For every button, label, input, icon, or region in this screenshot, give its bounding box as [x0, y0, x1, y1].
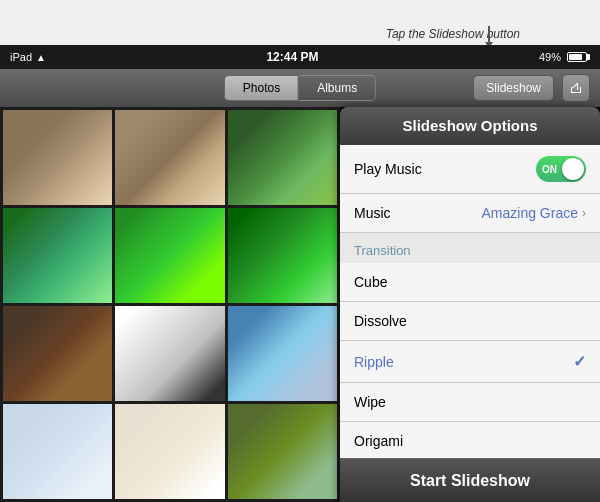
photo-9[interactable] [228, 306, 337, 401]
photo-7[interactable] [3, 306, 112, 401]
transition-label: Transition [354, 243, 411, 258]
music-value-text: Amazing Grace [482, 205, 578, 221]
play-music-toggle[interactable]: ON [536, 156, 586, 182]
photo-4[interactable] [3, 208, 112, 303]
start-slideshow-label: Start Slideshow [410, 472, 530, 490]
transition-cube[interactable]: Cube [340, 263, 600, 302]
photo-11[interactable] [115, 404, 224, 499]
panel-header: Slideshow Options [340, 107, 600, 145]
transition-wipe-label: Wipe [354, 394, 386, 410]
photo-10[interactable] [3, 404, 112, 499]
transition-origami[interactable]: Origami [340, 422, 600, 461]
battery-percent: 49% [539, 51, 561, 63]
annotation-area: Tap the Slideshow button [0, 0, 600, 45]
panel-title: Slideshow Options [402, 117, 537, 134]
transition-dissolve-label: Dissolve [354, 313, 407, 329]
nav-right: Slideshow [473, 74, 590, 102]
slideshow-button[interactable]: Slideshow [473, 75, 554, 101]
transition-cube-label: Cube [354, 274, 387, 290]
photo-2[interactable] [115, 110, 224, 205]
tab-photos[interactable]: Photos [224, 75, 299, 101]
transition-origami-label: Origami [354, 433, 403, 449]
device-label: iPad [10, 51, 32, 63]
photo-grid [0, 107, 340, 502]
music-value: Amazing Grace › [482, 205, 586, 221]
music-row[interactable]: Music Amazing Grace › [340, 194, 600, 233]
checkmark-icon: ✓ [573, 352, 586, 371]
status-left: iPad ▲ [10, 51, 46, 63]
photo-5[interactable] [115, 208, 224, 303]
battery-icon [567, 52, 590, 62]
wifi-icon: ▲ [36, 52, 46, 63]
photo-6[interactable] [228, 208, 337, 303]
transition-ripple-label: Ripple [354, 354, 394, 370]
transition-section-header: Transition [340, 233, 600, 263]
panel-body: Play Music ON Music Amazing Grace › Tran… [340, 145, 600, 461]
tab-albums[interactable]: Albums [299, 75, 376, 101]
nav-tabs: Photos Albums [224, 75, 376, 101]
status-bar: iPad ▲ 12:44 PM 49% [0, 45, 600, 69]
status-right: 49% [539, 51, 590, 63]
transition-ripple[interactable]: Ripple ✓ [340, 341, 600, 383]
photo-8[interactable] [115, 306, 224, 401]
nav-bar: Photos Albums Slideshow [0, 69, 600, 107]
photo-1[interactable] [3, 110, 112, 205]
time-display: 12:44 PM [266, 50, 318, 64]
toggle-knob [562, 158, 584, 180]
chevron-icon: › [582, 206, 586, 220]
start-slideshow-button[interactable]: Start Slideshow [340, 458, 600, 502]
share-icon [569, 81, 583, 95]
play-music-row: Play Music ON [340, 145, 600, 194]
photo-12[interactable] [228, 404, 337, 499]
transition-dissolve[interactable]: Dissolve [340, 302, 600, 341]
slideshow-panel: Slideshow Options Play Music ON Music Am… [340, 107, 600, 502]
annotation-arrow [488, 26, 490, 44]
share-button[interactable] [562, 74, 590, 102]
music-label: Music [354, 205, 391, 221]
photo-3[interactable] [228, 110, 337, 205]
toggle-on-text: ON [542, 164, 557, 175]
annotation-text: Tap the Slideshow button [386, 27, 520, 41]
play-music-label: Play Music [354, 161, 422, 177]
transition-wipe[interactable]: Wipe [340, 383, 600, 422]
